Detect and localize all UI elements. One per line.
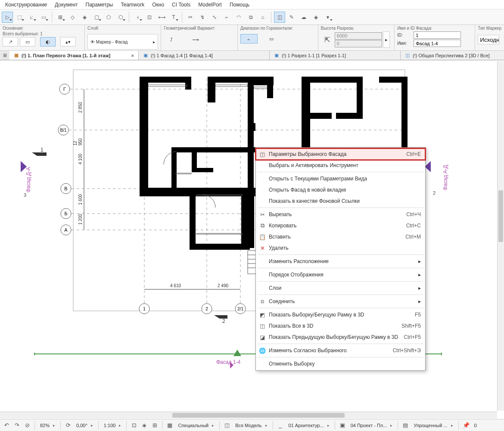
sb-icon6[interactable]: ⎯ bbox=[276, 421, 285, 430]
ctx-params[interactable]: ◫ Параметры Выбранного ФасадаCtrl+E bbox=[256, 149, 425, 160]
height-icon[interactable]: ⇱ bbox=[321, 31, 334, 48]
ctx-move[interactable]: Изменить Расположение▸ bbox=[256, 256, 425, 267]
ctx-show-bgref[interactable]: Показать в качестве Фоновой Ссылки bbox=[256, 195, 425, 207]
ctx-copy[interactable]: ⧉КопироватьCtrl+C bbox=[256, 220, 425, 231]
variant1-icon[interactable]: ⤴ bbox=[164, 35, 179, 44]
ctx-paste[interactable]: 📋ВставитьCtrl+M bbox=[256, 231, 425, 242]
globe-icon: 🌐 bbox=[258, 347, 266, 354]
trim-icon[interactable]: ↯ bbox=[197, 12, 208, 23]
guide-tool-icon[interactable]: ▭ bbox=[38, 12, 49, 23]
grid-icon[interactable]: ⊞ bbox=[55, 12, 66, 23]
offset-icon[interactable]: ⧉ bbox=[245, 12, 256, 23]
diamond-icon[interactable]: ◈ bbox=[310, 12, 321, 23]
zoom-field[interactable]: 82% bbox=[37, 423, 58, 428]
arrow-mode-icon[interactable]: ↗ bbox=[3, 37, 18, 47]
dist-icon[interactable]: ⊡ bbox=[144, 12, 155, 23]
shape1-icon[interactable]: ⬠ bbox=[103, 12, 114, 23]
menu-param[interactable]: Параметры bbox=[82, 1, 117, 9]
cloud-icon[interactable]: ☁ bbox=[298, 12, 309, 23]
mode-field[interactable]: Специальный bbox=[175, 423, 217, 428]
range1-icon[interactable]: ⫠ bbox=[240, 34, 258, 43]
menu-dokument[interactable]: Документ bbox=[51, 1, 81, 9]
fillet-icon[interactable]: ◠ bbox=[233, 12, 244, 23]
variant2-icon[interactable]: ⟶ bbox=[188, 35, 203, 44]
ctx-layers[interactable]: Слои▸ bbox=[256, 282, 425, 294]
sb-icon4[interactable]: ▦ bbox=[165, 421, 174, 430]
cancel-icon[interactable]: ⊘ bbox=[22, 421, 32, 430]
sb-icon7[interactable]: ▣ bbox=[338, 421, 347, 430]
house-icon[interactable]: ⌂ bbox=[257, 12, 268, 23]
flip-mode-icon[interactable]: ◐ bbox=[40, 37, 56, 47]
svg-marker-8 bbox=[425, 161, 431, 172]
snap1-icon[interactable]: ◇ bbox=[67, 12, 78, 23]
model-field[interactable]: Вся Модель bbox=[233, 423, 270, 428]
dim-icon[interactable]: ⟷ bbox=[156, 12, 167, 23]
sb-icon5[interactable]: ◫ bbox=[222, 421, 232, 430]
menu-teamwork[interactable]: Teamwork bbox=[118, 1, 148, 9]
snap2-icon[interactable]: ◈ bbox=[79, 12, 90, 23]
scale-field[interactable]: 1:100 bbox=[101, 423, 124, 428]
angle-mode-icon[interactable]: ▴▾ bbox=[60, 37, 76, 47]
ctx-select-activate[interactable]: Выбрать и Активировать Инструмент bbox=[256, 160, 425, 171]
cut-icon[interactable]: ✂ bbox=[185, 12, 196, 23]
marker-type-btn[interactable]: Исходны bbox=[478, 35, 499, 44]
align-icon[interactable]: ⫞ bbox=[132, 12, 143, 23]
ctx-display-order[interactable]: Порядок Отображения▸ bbox=[256, 269, 425, 280]
marquee-tool-icon[interactable]: ⬚ bbox=[14, 12, 25, 23]
ext-icon[interactable]: ⤡ bbox=[209, 12, 220, 23]
svg-rect-71 bbox=[248, 123, 255, 131]
more-icon[interactable]: ▾ bbox=[322, 12, 333, 23]
corner-icon[interactable]: ⌐ bbox=[221, 12, 232, 23]
drawing-canvas[interactable]: Фасад 1-4 Фасад Д-А 3 Фасад А-Д 2 Г В/1 … bbox=[0, 61, 504, 418]
sb-icon2[interactable]: ◈ bbox=[140, 421, 149, 430]
measure-tool-icon[interactable]: ⟀ bbox=[26, 12, 37, 23]
menu-citools[interactable]: CI Tools bbox=[168, 1, 194, 9]
project-field[interactable]: 04 Проект - Пл... bbox=[348, 423, 395, 428]
layercomb-field[interactable]: 01 Архитектур... bbox=[286, 423, 332, 428]
horizontal-scrollbar[interactable] bbox=[0, 412, 497, 419]
edit-icon[interactable]: ✎ bbox=[286, 12, 297, 23]
pin-icon[interactable]: 📌 bbox=[461, 421, 471, 430]
sb-icon3[interactable]: ⊞ bbox=[150, 421, 159, 430]
ctx-show-sel-3d[interactable]: ◩Показать Выборку/Бегущую Рамку в 3DF5 bbox=[256, 309, 425, 320]
undo-icon[interactable]: ↶ bbox=[2, 421, 11, 430]
ctx-cut[interactable]: ✂ВырезатьCtrl+Ч bbox=[256, 209, 425, 220]
angle-field[interactable]: 0,00° bbox=[74, 423, 96, 428]
ctx-open-current[interactable]: Открыть с Текущими Параметрами Вида bbox=[256, 173, 425, 184]
menu-help[interactable]: Помощь bbox=[226, 1, 253, 9]
cursor-tool-icon[interactable]: ▷ bbox=[2, 12, 13, 23]
vertical-scrollbar[interactable] bbox=[497, 61, 504, 411]
sb-icon8[interactable]: ▤ bbox=[401, 421, 410, 430]
id-input[interactable] bbox=[414, 31, 461, 39]
ctx-delete[interactable]: ✕Удалить bbox=[256, 242, 425, 254]
ctx-connect[interactable]: ⧈Соединить▸ bbox=[256, 296, 425, 307]
tab-3d[interactable]: ◫ (!) Общая Перспектива 2 [3D / Все] bbox=[401, 51, 504, 60]
ctx-open-newtab[interactable]: Открыть Фасад в новой вкладке bbox=[256, 184, 425, 195]
rect-mode-icon[interactable]: ▭ bbox=[20, 37, 35, 47]
redo-icon[interactable]: ↷ bbox=[12, 421, 22, 430]
ctx-show-all-3d[interactable]: ◫Показать Все в 3DShift+F5 bbox=[256, 320, 425, 332]
sb-icon1[interactable]: ⊡ bbox=[129, 421, 139, 430]
menu-konstr[interactable]: Конструирование bbox=[2, 1, 50, 9]
tab-section[interactable]: ▣ (!) 1 Разрез 1-1 [1 Разрез 1-1] bbox=[270, 51, 401, 60]
menu-okno[interactable]: Окно bbox=[149, 1, 168, 9]
menu-modelport[interactable]: ModelPort bbox=[195, 1, 225, 9]
tab-elevation[interactable]: ▣ (!) 1 Фасад 1-4 [1 Фасад 1-4] bbox=[139, 51, 270, 60]
select-all-icon[interactable]: ◫ bbox=[274, 12, 285, 23]
ctx-deselect[interactable]: Отменить Выборку bbox=[256, 358, 425, 369]
name-input[interactable] bbox=[414, 40, 461, 47]
layer-dropdown[interactable]: 👁 Маркер - Фасад▸ bbox=[87, 34, 158, 50]
ctx-edit-selected[interactable]: 🌐Изменить Согласно ВыбранногоCtrl+Shift+… bbox=[256, 345, 425, 356]
tab-floorplan[interactable]: ▣ (!) 1. План Первого Этажа [1. 1-й этаж… bbox=[9, 51, 139, 60]
rect-icon[interactable]: ▢ bbox=[91, 12, 102, 23]
rotate-icon[interactable]: ⟳ bbox=[63, 421, 73, 430]
close-icon[interactable]: × bbox=[131, 53, 134, 58]
range2-icon[interactable]: ▭ bbox=[263, 34, 280, 43]
style-field[interactable]: Упрощенный ... bbox=[411, 423, 455, 428]
grid-icon[interactable]: ⊞ bbox=[0, 51, 9, 60]
text-icon[interactable]: T bbox=[168, 12, 179, 23]
ctx-show-prev-3d[interactable]: ◪Показать Предыдущую Выборку/Бегущую Рам… bbox=[256, 332, 425, 343]
expand-icon[interactable]: ▸ bbox=[383, 31, 390, 48]
shape2-icon[interactable]: ⬡ bbox=[115, 12, 126, 23]
svg-rect-50 bbox=[248, 77, 254, 189]
